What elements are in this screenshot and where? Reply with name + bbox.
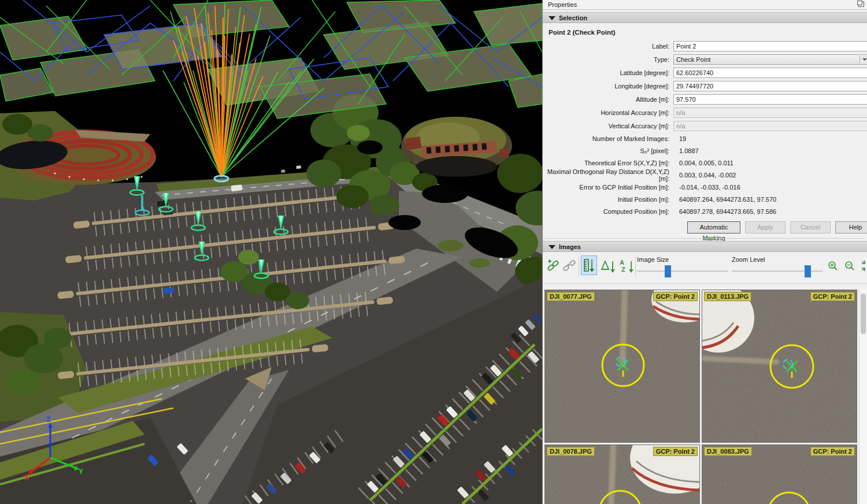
altitude-field-label: Altitude [m]: [543,96,673,103]
altitude-input[interactable]: 97.570 [673,94,867,105]
zoom-level-slider-thumb[interactable] [805,265,811,277]
thumbnail-gcp-badge: GCP: Point 2 [810,292,855,301]
help-button[interactable]: Help [835,221,867,234]
thumbnail-filename: DJI_0077.JPG [547,292,595,301]
automatic-marking-button[interactable]: Automatic Marking [687,221,740,234]
latitude-field-label: Latitude [degree]: [543,69,673,76]
thumbnail-filename: DJI_0078.JPG [547,447,595,456]
application-window: Z X Y Properties Selection Point 2 (Chec… [0,0,867,504]
images-scrollbar[interactable] [859,289,867,504]
max-ray-distance-value: 0.003, 0.044, -0.002 [673,172,736,179]
images-section-header[interactable]: Images [543,241,867,252]
zoom-level-slider[interactable] [732,270,822,272]
horizontal-accuracy-label: Horizontal Accuracy [m]: [543,109,673,116]
panel-title-bar[interactable]: Properties [543,0,867,10]
unlink-marking-icon [562,259,576,273]
thumbnail-filename: DJI_0113.JPG [704,292,751,301]
svg-text:Z: Z [621,266,625,273]
form-row: Theoretical Error S(X,Y,Z) [m]: 0.004, 0… [543,157,867,169]
form-row: Altitude [m]: 97.570 [543,92,867,106]
zoom-level-label: Zoom Level [732,256,765,263]
initial-position-value: 640897.264, 6944273.631, 97.570 [673,196,776,203]
zoom-fit-icon[interactable] [861,260,867,272]
latitude-input[interactable]: 62.60226740 [673,68,867,78]
selection-header-label: Selection [559,14,587,21]
label-input[interactable]: Point 2 [673,41,867,51]
image-thumbnail[interactable]: DJI_0077.JPG GCP: Point 2 [544,290,700,443]
image-size-slider-thumb[interactable] [665,265,671,277]
longitude-field-label: Longitude [degree]: [543,83,673,90]
computed-position-label: Computed Position [m]: [543,208,673,215]
point-title: Point 2 (Check Point) [543,23,867,39]
form-row: S₀² [pixel]: 1.0887 [543,144,867,157]
form-row: Number of Marked Images: 19 [543,132,867,144]
image-size-label: Image Size [637,256,669,263]
form-row: Vertical Accuracy [m]: n/a [543,119,867,132]
vertical-accuracy-label: Vertical Accuracy [m]: [543,123,673,129]
axis-x-label: X [24,473,29,481]
thumbnail-filename: DJI_0083.JPG [704,447,752,456]
thumbnail-gcp-badge: GCP: Point 2 [653,292,698,301]
svg-text:A: A [620,259,624,266]
button-row: Automatic Marking Apply Cancel Help [687,221,867,234]
ruined-building [401,117,512,177]
apply-button: Apply [745,221,786,234]
3d-viewport[interactable]: Z X Y [0,0,542,504]
form-row: Longitude [degree]: 29.74497720 [543,79,867,92]
image-thumbnail[interactable]: DJI_0083.JPG GCP: Point 2 [702,444,857,504]
initial-position-label: Initial Position [m]: [543,196,673,203]
image-thumbnail-grid: DJI_0077.JPG GCP: Point 2 [543,289,867,504]
sigma0-label: S₀² [pixel]: [543,147,673,154]
form-row: Horizontal Accuracy [m]: n/a [543,106,867,119]
axis-y-label: Y [79,468,83,476]
image-size-slider[interactable] [637,270,728,272]
selected-point-marker[interactable] [214,176,228,181]
image-thumbnail[interactable]: DJI_0113.JPG GCP: Point 2 [702,290,857,443]
theoretical-error-value: 0.004, 0.005, 0.011 [673,160,733,166]
scrollbar-thumb[interactable] [861,294,866,334]
form-row: Type: Check Point [543,53,867,66]
form-row: Latitude [degree]: 62.60226740 [543,66,867,79]
zoom-out-icon[interactable] [844,260,855,272]
images-header-label: Images [559,243,581,250]
collapse-triangle-icon[interactable] [549,245,555,249]
scene-3d-view[interactable]: Z X Y [0,0,542,504]
form-row: Maximal Orthogonal Ray Distance D(X,Y,Z)… [543,169,867,181]
images-toolbar: A Z Image Size Zoom Level [543,252,867,284]
form-row: Label: Point 2 [543,39,867,53]
link-marking-icon[interactable] [546,259,560,273]
thumbnail-gcp-badge: GCP: Point 2 [653,447,698,456]
marked-images-label: Number of Marked Images: [543,135,673,142]
zoom-in-icon[interactable] [827,260,839,272]
properties-panel: Properties Selection Point 2 (Check Poin… [542,0,867,504]
thumbnail-gcp-badge: GCP: Point 2 [810,447,855,456]
longitude-input[interactable]: 29.74497720 [673,81,867,91]
sigma0-value: 1.0887 [673,147,699,154]
image-thumbnail[interactable]: DJI_0078.JPG GCP: Point 2 [544,444,700,504]
float-panel-icon[interactable] [858,2,864,7]
theoretical-error-label: Theoretical Error S(X,Y,Z) [m]: [543,160,673,166]
cancel-button: Cancel [790,221,831,234]
selection-form: Label: Point 2 Type: Check Point Latitud… [543,39,867,217]
splitter-handle-icon[interactable] [703,237,714,240]
error-to-gcp-value: -0.014, -0.033, -0.016 [673,184,740,191]
panel-splitter[interactable] [543,236,867,241]
axis-z-label: Z [46,416,50,424]
sort-alphabetical-icon[interactable]: A Z [619,257,635,275]
panel-title: Properties [548,1,577,8]
form-row: Initial Position [m]: 640897.264, 694427… [543,193,867,205]
error-to-gcp-label: Error to GCP Initial Position [m]: [543,184,673,191]
form-row: Computed Position [m]: 640897.278, 69442… [543,205,867,217]
collapse-triangle-icon[interactable] [549,16,555,20]
type-combobox[interactable]: Check Point [673,54,867,65]
vertical-accuracy-input: n/a [673,121,867,131]
label-field-label: Label: [543,43,673,50]
computed-position-value: 640897.278, 6944273.665, 97.586 [673,208,776,215]
chevron-down-icon[interactable] [859,55,867,64]
selection-section-header[interactable]: Selection [543,12,867,23]
sort-by-delta-icon[interactable] [601,257,617,275]
marked-images-value: 19 [673,135,686,142]
max-ray-distance-label: Maximal Orthogonal Ray Distance D(X,Y,Z)… [543,168,673,182]
sort-by-distance-toggle[interactable] [581,255,597,275]
form-row: Error to GCP Initial Position [m]: -0.01… [543,181,867,193]
